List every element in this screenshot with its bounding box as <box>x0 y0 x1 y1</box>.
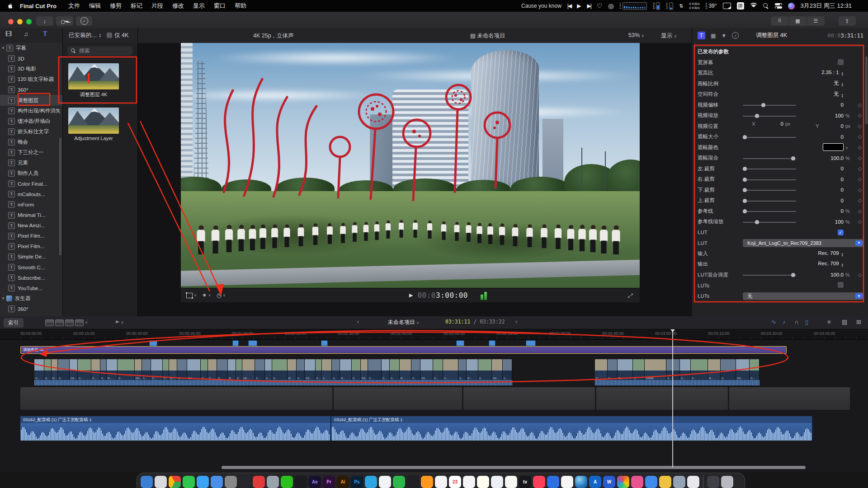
dock-app-30[interactable] <box>547 476 559 488</box>
keyframe-button[interactable]: ◇ <box>855 166 864 172</box>
screen-mirroring-icon[interactable] <box>723 3 731 9</box>
dock-app-18[interactable] <box>379 476 391 488</box>
dock-app-16[interactable]: Ps <box>351 476 363 488</box>
dock-app-14[interactable]: Pr <box>323 476 335 488</box>
param-xy-y[interactable]: Y0 <box>816 123 844 129</box>
video-clip[interactable]: C. <box>58 359 70 380</box>
keyframe-button[interactable]: ◇ <box>855 155 864 161</box>
sensor-temp[interactable]: SEN 39° <box>706 3 717 9</box>
playhead[interactable] <box>672 329 673 467</box>
menu-9[interactable]: 帮助 <box>230 2 251 9</box>
video-clip[interactable]: C.. <box>608 359 618 380</box>
sidebar-item-12[interactable]: T制作人员 <box>0 168 62 178</box>
keyframe-button[interactable]: ◇ <box>855 197 864 203</box>
connected-clip[interactable] <box>248 340 257 346</box>
zoom-window-button[interactable] <box>26 19 32 24</box>
audio-meters[interactable] <box>481 291 487 300</box>
param-slider[interactable] <box>743 137 796 138</box>
inspector-scrollbar[interactable] <box>865 56 868 124</box>
sidebar-item-7[interactable]: T缓冲器/开场白 <box>0 116 62 127</box>
keyframe-button[interactable]: ◇ <box>855 187 864 193</box>
sidebar-folder-titles[interactable]: ▼T字幕 <box>0 43 62 53</box>
video-clip[interactable]: D... <box>400 359 411 380</box>
dock-app-12[interactable] <box>295 476 307 488</box>
video-clip[interactable]: C.. <box>332 359 340 380</box>
sidebar-item-15[interactable]: TmForm <box>0 199 62 210</box>
close-window-button[interactable] <box>8 19 14 24</box>
video-clip[interactable]: C... <box>666 359 680 380</box>
sidebar-scrollbar[interactable] <box>59 138 61 255</box>
video-clip[interactable]: C... <box>34 359 44 380</box>
gap-clip[interactable] <box>729 387 850 410</box>
video-clip[interactable]: C. <box>118 359 135 380</box>
media-browser-icon[interactable]: ♫ <box>24 30 28 38</box>
keyframe-button[interactable]: ◇ <box>855 176 864 182</box>
color-inspector-tab[interactable]: ▼ <box>721 33 726 39</box>
video-clip[interactable]: C... <box>443 359 458 380</box>
dock-app-26[interactable] <box>491 476 503 488</box>
clip-appearance-3[interactable] <box>65 319 74 326</box>
dock-app-32[interactable] <box>575 476 587 488</box>
installed-filter-dropdown[interactable]: 已安装的…▲▼ <box>69 32 101 39</box>
video-clip[interactable]: C... <box>151 359 163 380</box>
video-clip[interactable]: C... <box>208 359 217 380</box>
video-clip[interactable]: C... <box>322 359 332 380</box>
title-inspector-tab[interactable]: T <box>698 32 705 39</box>
clip-appearance-2[interactable] <box>55 319 64 326</box>
video-clip[interactable]: C.. <box>100 359 107 380</box>
dock-app-33[interactable]: A <box>589 476 601 488</box>
audio-skimming-toggle-icon[interactable]: ♪ <box>783 319 786 325</box>
video-clip[interactable]: D... <box>52 359 58 380</box>
viewer-display-dropdown[interactable]: 显示 ∨ <box>661 32 677 40</box>
param-slider[interactable] <box>743 275 796 276</box>
photos-titles-icon[interactable]: T <box>43 30 47 38</box>
video-clip[interactable]: D... <box>288 359 297 380</box>
video-clip[interactable]: D... <box>467 359 478 380</box>
sidebar-item-6[interactable]: T构件出现/构件消失 <box>0 106 62 116</box>
titles-browser-icon[interactable]: 🎞 <box>5 30 12 38</box>
video-clip[interactable]: C. <box>297 359 305 380</box>
import-media-button[interactable]: ↓ <box>36 16 53 26</box>
video-clip[interactable]: C0... <box>736 359 750 380</box>
video-clip[interactable]: C... <box>368 359 382 380</box>
video-clip[interactable]: C.. <box>691 359 708 380</box>
dock-app-24[interactable] <box>463 476 475 488</box>
sidebar-item-20[interactable]: TSimple De... <box>0 252 62 262</box>
timeline-ruler[interactable]: 00:00:00:0000:00:15:0000:00:30:0000:00:4… <box>0 329 868 340</box>
sidebar-item-1[interactable]: T3D <box>0 53 62 64</box>
menu-5[interactable]: 片段 <box>147 2 168 9</box>
dock-app-36[interactable] <box>631 476 643 488</box>
keyframe-button[interactable]: ◇ <box>855 145 864 150</box>
dock-system-1[interactable] <box>707 476 719 488</box>
menu-2[interactable]: 编辑 <box>85 2 105 9</box>
viewer-project-name[interactable]: ▤ 未命名项目 <box>470 32 505 40</box>
skimming-toggle-icon[interactable]: ∿ <box>771 319 776 325</box>
param-select[interactable]: 2.35 : 1▲▼ <box>794 70 844 76</box>
sidebar-item-19[interactable]: TPixel Film... <box>0 241 62 252</box>
clip-appearance-1[interactable] <box>45 319 54 326</box>
video-clip[interactable]: C... <box>91 359 100 380</box>
video-clip[interactable]: C... <box>255 359 265 380</box>
video-clip[interactable]: C.. <box>217 359 228 380</box>
dock-app-39[interactable] <box>673 476 685 488</box>
connected-clip[interactable] <box>149 340 157 346</box>
audio-clip-1[interactable]: 03162_配音稿 (1) 广泛工贸配音稿 1 <box>20 416 331 441</box>
video-clip[interactable]: C. <box>633 359 645 380</box>
dock-app-37[interactable] <box>645 476 657 488</box>
sidebar-generator-item-1[interactable]: T360° <box>0 304 62 314</box>
minimize-window-button[interactable] <box>17 19 23 24</box>
dock-app-23[interactable]: 23 <box>449 476 461 488</box>
dock-app-31[interactable] <box>561 476 573 488</box>
spotlight-icon[interactable] <box>763 3 769 9</box>
connected-clip[interactable] <box>526 340 536 346</box>
dock-app-40[interactable] <box>687 476 699 488</box>
sidebar-item-3[interactable]: T120 组文字标题 <box>0 74 62 84</box>
next-project-button[interactable]: › <box>515 319 517 325</box>
video-clip[interactable]: D... <box>618 359 633 380</box>
heart-icon[interactable]: ♡ <box>597 3 603 9</box>
video-clip[interactable]: C.. <box>458 359 467 380</box>
timeline-layout-button[interactable]: ▦ <box>789 16 807 26</box>
dock-app-11[interactable] <box>281 476 293 488</box>
dock-app-20[interactable] <box>407 476 419 488</box>
title-thumbnail-2[interactable]: Adjustment Layer <box>68 108 119 141</box>
